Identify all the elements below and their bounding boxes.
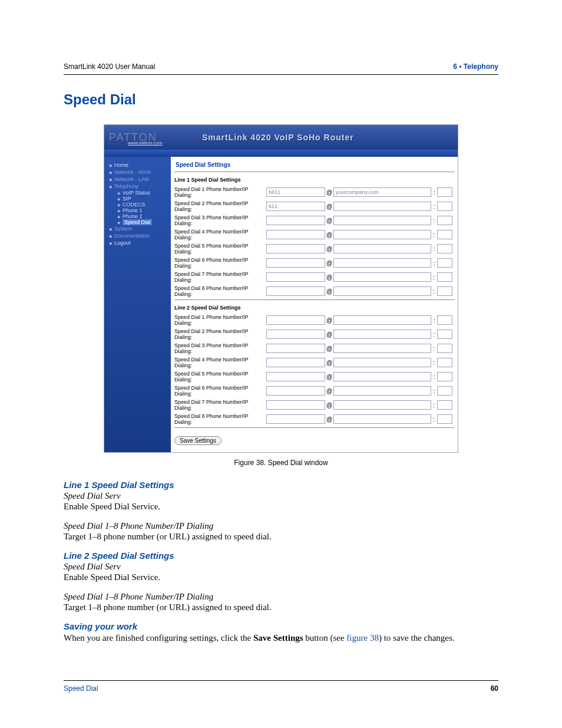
row-label: Speed Dial 5 Phone Number/IP Dialing:	[174, 371, 266, 383]
domain-input[interactable]	[333, 258, 431, 268]
phone-number-input[interactable]	[266, 386, 325, 396]
row-label: Speed Dial 4 Phone Number/IP Dialing:	[174, 229, 266, 241]
phone-number-input[interactable]	[266, 400, 325, 410]
port-input[interactable]	[437, 187, 452, 197]
domain-input[interactable]	[333, 386, 431, 396]
nav-voip-status[interactable]: VoIP Status	[104, 190, 171, 196]
running-head-right: 6 • Telephony	[453, 62, 498, 71]
save-settings-button[interactable]: Save Settings	[174, 436, 222, 445]
port-input[interactable]	[437, 272, 452, 282]
domain-input[interactable]	[333, 286, 431, 296]
nav-home[interactable]: Home	[104, 162, 171, 169]
port-input[interactable]	[437, 372, 452, 381]
domain-input[interactable]	[333, 202, 431, 211]
at-symbol: @	[325, 189, 333, 196]
row-label: Speed Dial 8 Phone Number/IP Dialing:	[174, 413, 266, 425]
phone-number-input[interactable]	[266, 344, 325, 353]
line2-rows: Speed Dial 1 Phone Number/IP Dialing:@:S…	[174, 313, 454, 426]
row-label: Speed Dial 7 Phone Number/IP Dialing:	[174, 399, 266, 411]
page-title: Speed Dial	[64, 91, 498, 108]
nav-documentation[interactable]: Documentation	[104, 232, 171, 239]
port-input[interactable]	[437, 286, 452, 296]
nav-speed-dial[interactable]: Speed Dial	[104, 219, 171, 225]
phone-number-input[interactable]	[266, 202, 325, 211]
phone-number-input[interactable]	[266, 258, 325, 268]
at-symbol: @	[325, 288, 333, 295]
domain-input[interactable]	[333, 230, 431, 239]
nav-sip[interactable]: SIP	[104, 196, 171, 202]
section-line2-heading: Line 2 Speed Dial Settings	[64, 551, 498, 561]
domain-input[interactable]	[333, 315, 431, 325]
colon-symbol: :	[431, 388, 437, 394]
nav-network-wan[interactable]: Network - WAN	[104, 169, 171, 176]
phone-number-input[interactable]	[266, 187, 325, 197]
port-input[interactable]	[437, 330, 452, 339]
speed-dial-row: Speed Dial 7 Phone Number/IP Dialing:@:	[174, 398, 454, 412]
save-body-figref[interactable]: figure 38	[346, 633, 379, 643]
app-subbar	[104, 150, 458, 157]
phone-number-input[interactable]	[266, 358, 325, 367]
line2-serv-subhead: Speed Dial Serv	[64, 562, 498, 572]
row-label: Speed Dial 2 Phone Number/IP Dialing:	[174, 328, 266, 340]
port-input[interactable]	[437, 258, 452, 268]
phone-number-input[interactable]	[266, 272, 325, 282]
nav-codecs[interactable]: CODECS	[104, 202, 171, 207]
port-input[interactable]	[437, 386, 452, 396]
port-input[interactable]	[437, 315, 452, 325]
save-body-post: ) to save the changes.	[379, 633, 455, 643]
nav-phone-1[interactable]: Phone 1	[104, 207, 171, 213]
phone-number-input[interactable]	[266, 244, 325, 253]
nav-network-lan[interactable]: Network - LAN	[104, 176, 171, 183]
row-label: Speed Dial 1 Phone Number/IP Dialing:	[174, 186, 266, 198]
at-symbol: @	[325, 203, 333, 210]
phone-number-input[interactable]	[266, 372, 325, 381]
port-input[interactable]	[437, 344, 452, 353]
at-symbol: @	[325, 374, 333, 380]
phone-number-input[interactable]	[266, 216, 325, 225]
domain-input[interactable]	[333, 372, 431, 381]
speed-dial-row: Speed Dial 2 Phone Number/IP Dialing:@:	[174, 327, 454, 341]
phone-number-input[interactable]	[266, 230, 325, 239]
line2-num-subhead: Speed Dial 1–8 Phone Number/IP Dialing	[64, 592, 498, 602]
row-label: Speed Dial 2 Phone Number/IP Dialing:	[174, 200, 266, 212]
nav-telephony[interactable]: Telephony	[104, 183, 171, 190]
line2-num-body: Target 1–8 phone number (or URL) assigne…	[64, 602, 498, 614]
row-label: Speed Dial 7 Phone Number/IP Dialing:	[174, 271, 266, 283]
speed-dial-row: Speed Dial 2 Phone Number/IP Dialing:@:	[174, 199, 454, 213]
phone-number-input[interactable]	[266, 315, 325, 325]
speed-dial-row: Speed Dial 5 Phone Number/IP Dialing:@:	[174, 242, 454, 256]
phone-number-input[interactable]	[266, 330, 325, 339]
domain-input[interactable]	[333, 272, 431, 282]
domain-input[interactable]	[333, 400, 431, 410]
port-input[interactable]	[437, 244, 452, 253]
nav-system[interactable]: System	[104, 225, 171, 232]
port-input[interactable]	[437, 400, 452, 410]
nav-phone-2[interactable]: Phone 2	[104, 213, 171, 219]
port-input[interactable]	[437, 216, 452, 225]
phone-number-input[interactable]	[266, 286, 325, 296]
nav-logout[interactable]: Logout	[104, 239, 171, 246]
line1-serv-body: Enable Speed Dial Service.	[64, 501, 498, 513]
at-symbol: @	[325, 360, 333, 366]
domain-input[interactable]	[333, 330, 431, 339]
at-symbol: @	[325, 317, 333, 324]
port-input[interactable]	[437, 358, 452, 367]
domain-input[interactable]	[333, 358, 431, 367]
line1-rows: Speed Dial 1 Phone Number/IP Dialing:@:S…	[174, 185, 454, 298]
row-label: Speed Dial 5 Phone Number/IP Dialing:	[174, 243, 266, 255]
line1-num-subhead: Speed Dial 1–8 Phone Number/IP Dialing	[64, 521, 498, 531]
port-input[interactable]	[437, 202, 452, 211]
port-input[interactable]	[437, 414, 452, 424]
brand-url[interactable]: www.patton.com	[128, 140, 163, 146]
phone-number-input[interactable]	[266, 414, 325, 424]
port-input[interactable]	[437, 230, 452, 239]
domain-input[interactable]	[333, 244, 431, 253]
domain-input[interactable]	[333, 187, 431, 197]
domain-input[interactable]	[333, 344, 431, 353]
domain-input[interactable]	[333, 216, 431, 225]
domain-input[interactable]	[333, 414, 431, 424]
at-symbol: @	[325, 416, 333, 423]
save-body-mid: button (see	[303, 633, 347, 643]
line1-num-body: Target 1–8 phone number (or URL) assigne…	[64, 531, 498, 543]
page-number: 60	[491, 684, 498, 693]
